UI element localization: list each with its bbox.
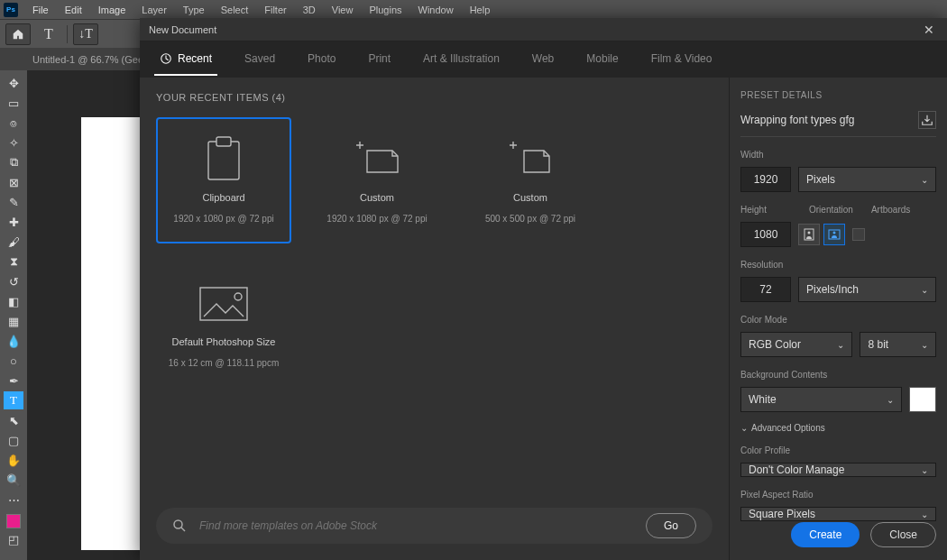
svg-rect-1	[208, 142, 239, 179]
template-search: Go	[156, 508, 713, 544]
menu-filter[interactable]: Filter	[257, 3, 293, 17]
wand-tool-icon[interactable]: ✧	[4, 133, 23, 151]
bgcontents-select[interactable]: White⌄	[740, 387, 902, 412]
preset-subtitle: 1920 x 1080 px @ 72 ppi	[326, 214, 427, 224]
menu-edit[interactable]: Edit	[58, 3, 89, 17]
svg-point-4	[234, 293, 242, 300]
foreground-color-swatch[interactable]	[6, 514, 21, 528]
dialog-titlebar: New Document ✕	[140, 18, 947, 41]
tab-film[interactable]: Film & Video	[646, 43, 718, 76]
eraser-tool-icon[interactable]: ◧	[4, 292, 23, 310]
preset-default-ps[interactable]: Default Photoshop Size 16 x 12 cm @ 118.…	[156, 262, 291, 388]
colorprofile-select[interactable]: Don't Color Manage⌄	[740, 463, 936, 477]
go-button[interactable]: Go	[646, 513, 696, 538]
width-label: Width	[740, 150, 936, 160]
close-button[interactable]: Close	[870, 522, 936, 547]
blur-tool-icon[interactable]: 💧	[4, 332, 23, 350]
template-search-input[interactable]	[199, 519, 633, 532]
bgcolor-swatch[interactable]	[909, 387, 936, 412]
bitdepth-select[interactable]: 8 bit⌄	[860, 332, 936, 357]
shape-tool-icon[interactable]: ▢	[4, 431, 23, 449]
height-input[interactable]	[740, 222, 791, 247]
dodge-tool-icon[interactable]: ○	[4, 352, 23, 370]
tab-web[interactable]: Web	[527, 43, 559, 76]
type-tool-icon[interactable]: T	[4, 391, 23, 409]
crop-tool-icon[interactable]: ⧉	[4, 153, 23, 171]
preset-title: Custom	[360, 192, 394, 203]
type-tool-icon[interactable]: T	[36, 23, 61, 45]
tab-art[interactable]: Art & Illustration	[418, 43, 505, 76]
zoom-tool-icon[interactable]: 🔍	[4, 471, 23, 489]
orientation-landscape[interactable]	[823, 224, 845, 245]
preset-details-panel: PRESET DETAILS Width Pixels⌄ Height Orie…	[729, 78, 947, 560]
frame-tool-icon[interactable]: ⊠	[4, 173, 23, 191]
preset-details-header: PRESET DETAILS	[740, 90, 936, 100]
pen-tool-icon[interactable]: ✒	[4, 372, 23, 390]
move-tool-icon[interactable]: ✥	[4, 74, 23, 92]
tab-photo[interactable]: Photo	[302, 43, 341, 76]
clipboard-icon	[195, 138, 253, 181]
menu-3d[interactable]: 3D	[296, 3, 323, 17]
new-document-dialog: New Document ✕ Recent Saved Photo Print …	[140, 18, 947, 560]
menu-plugins[interactable]: Plugins	[362, 3, 409, 17]
stamp-tool-icon[interactable]: ⧗	[4, 252, 23, 271]
dialog-tabs: Recent Saved Photo Print Art & Illustrat…	[140, 41, 947, 78]
menu-help[interactable]: Help	[463, 3, 498, 17]
lasso-tool-icon[interactable]: ⌾	[4, 114, 23, 132]
preset-subtitle: 1920 x 1080 px @ 72 ppi	[173, 214, 273, 224]
menu-file[interactable]: File	[25, 3, 56, 17]
eyedropper-tool-icon[interactable]: ✎	[4, 193, 23, 211]
orientation-label: Orientation	[809, 205, 853, 215]
menu-layer[interactable]: Layer	[134, 3, 174, 17]
chevron-down-icon: ⌄	[887, 395, 894, 405]
advanced-options-toggle[interactable]: ⌄ Advanced Options	[740, 423, 936, 433]
tab-recent[interactable]: Recent	[154, 43, 217, 76]
preset-subtitle: 16 x 12 cm @ 118.11 ppcm	[169, 358, 279, 368]
chevron-down-icon: ⌄	[921, 285, 928, 295]
menu-image[interactable]: Image	[91, 3, 133, 17]
brush-tool-icon[interactable]: 🖌	[4, 233, 23, 251]
gradient-tool-icon[interactable]: ▦	[4, 312, 23, 330]
tab-mobile[interactable]: Mobile	[581, 43, 623, 76]
width-unit-select[interactable]: Pixels⌄	[798, 167, 936, 192]
healing-tool-icon[interactable]: ✚	[4, 213, 23, 231]
home-icon[interactable]	[5, 23, 31, 45]
hand-tool-icon[interactable]: ✋	[4, 451, 23, 469]
quickmask-icon[interactable]: ◰	[4, 530, 23, 548]
search-icon	[172, 519, 187, 533]
svg-point-5	[174, 520, 182, 528]
preset-clipboard[interactable]: Clipboard 1920 x 1080 px @ 72 ppi	[156, 117, 291, 243]
preset-custom-1[interactable]: Custom 1920 x 1080 px @ 72 ppi	[309, 117, 445, 243]
pixelaspect-select[interactable]: Square Pixels⌄	[740, 507, 936, 521]
preset-subtitle: 500 x 500 px @ 72 ppi	[485, 214, 575, 224]
preset-custom-2[interactable]: Custom 500 x 500 px @ 72 ppi	[463, 117, 598, 243]
menu-type[interactable]: Type	[176, 3, 212, 17]
resolution-input[interactable]	[740, 277, 791, 302]
image-icon	[195, 282, 253, 326]
resolution-label: Resolution	[740, 260, 936, 270]
preset-name-input[interactable]	[740, 114, 911, 126]
artboards-checkbox[interactable]	[852, 228, 865, 241]
menubar: Ps File Edit Image Layer Type Select Fil…	[0, 0, 947, 19]
type-orientation-icon[interactable]: ↓T	[73, 23, 98, 45]
menu-window[interactable]: Window	[411, 3, 461, 17]
path-select-icon[interactable]: ⬉	[4, 411, 23, 429]
colormode-select[interactable]: RGB Color⌄	[740, 332, 852, 357]
pixelaspect-label: Pixel Aspect Ratio	[740, 490, 936, 500]
width-input[interactable]	[740, 167, 791, 192]
more-tools-icon[interactable]: ⋯	[4, 491, 23, 509]
menu-select[interactable]: Select	[214, 3, 256, 17]
menu-view[interactable]: View	[325, 3, 361, 17]
save-preset-icon[interactable]	[918, 111, 936, 129]
preset-title: Default Photoshop Size	[172, 336, 276, 347]
marquee-tool-icon[interactable]: ▭	[4, 94, 23, 112]
create-button[interactable]: Create	[791, 522, 860, 547]
resolution-unit-select[interactable]: Pixels/Inch⌄	[798, 277, 936, 302]
tab-saved[interactable]: Saved	[239, 43, 280, 76]
chevron-down-icon: ⌄	[921, 340, 928, 350]
height-label: Height	[740, 205, 791, 215]
tab-print[interactable]: Print	[363, 43, 396, 76]
history-brush-icon[interactable]: ↺	[4, 272, 23, 290]
close-icon[interactable]: ✕	[920, 23, 938, 37]
orientation-portrait[interactable]	[798, 224, 820, 245]
